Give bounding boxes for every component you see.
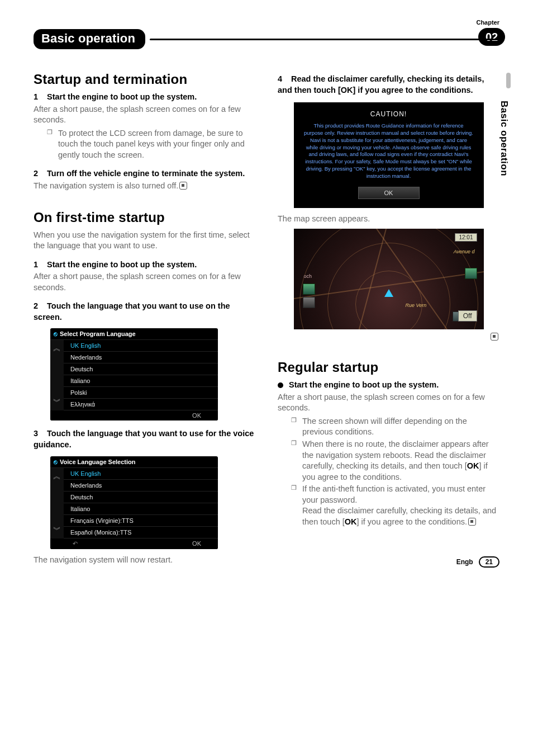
header-bar: Basic operation	[34, 29, 499, 49]
scroll-down-icon[interactable]: ︾	[53, 525, 61, 535]
caution-title: CAUTION!	[304, 110, 474, 118]
end-icon	[468, 518, 476, 526]
footer-page-number: 21	[479, 556, 499, 568]
step-text: Touch the language that you want to use …	[34, 301, 230, 322]
program-language-figure: ⎋Select Program Language ︽ ︾ UK English …	[50, 328, 218, 420]
list-item[interactable]: Español (Monica):TTS	[64, 527, 218, 538]
map-cursor-icon	[384, 289, 393, 297]
step-number: 1	[34, 259, 47, 271]
header-line	[150, 39, 499, 40]
marker-icon: ⎋	[54, 459, 58, 465]
section-regular-startup: Regular startup	[278, 360, 499, 375]
back-button[interactable]: ↶	[73, 540, 78, 547]
step-1: 1Start the engine to boot up the system.	[34, 92, 255, 103]
regular-body: After a short pause, the splash screen c…	[278, 392, 499, 414]
footer-language: Engb	[456, 558, 473, 566]
restart-note: The navigation system will now restart.	[34, 555, 255, 566]
side-label: Basic operation	[498, 101, 510, 176]
note-text: If the anti-theft function is activated,…	[302, 484, 486, 504]
map-button-icon[interactable]	[465, 268, 477, 279]
map-button-icon[interactable]	[303, 297, 315, 308]
step-text: Start the engine to boot up the system.	[47, 260, 197, 269]
step-number: 1	[34, 92, 47, 103]
section-startup-termination: Startup and termination	[34, 72, 255, 87]
note-screen-differ: The screen shown will differ depending o…	[291, 416, 499, 438]
bullet-icon	[278, 382, 283, 388]
step-text: Start the engine to boot up the system.	[47, 92, 197, 101]
list-item[interactable]: Nederlands	[64, 352, 218, 363]
map-button-icon[interactable]	[303, 284, 315, 295]
lang-title-text: Select Program Language	[60, 330, 136, 337]
voice-list-title: ⎋Voice Language Selection	[50, 456, 218, 468]
side-tab: Basic operation	[498, 89, 511, 207]
step-4: 4Read the disclaimer carefully, checking…	[278, 74, 499, 96]
first-time-intro: When you use the navigation system for t…	[34, 230, 255, 252]
step-number: 2	[34, 168, 47, 179]
section-first-time: On first-time startup	[34, 210, 255, 225]
scroll-down-icon[interactable]: ︾	[53, 397, 61, 407]
page-footer: Engb 21	[456, 556, 499, 568]
map-off-button[interactable]: Off	[458, 310, 477, 322]
voice-title-text: Voice Language Selection	[60, 459, 136, 465]
note-text: When there is no route, the disclaimer a…	[302, 440, 489, 470]
step-text: Turn off the vehicle engine to terminate…	[47, 169, 245, 178]
scroll-up-icon[interactable]: ︽	[53, 471, 61, 481]
list-item[interactable]: Polski	[64, 387, 218, 399]
list-item[interactable]: Italiano	[64, 503, 218, 515]
ok-inline: OK	[467, 461, 479, 470]
list-item[interactable]: Italiano	[64, 375, 218, 387]
list-item[interactable]: Ελληνικά	[64, 399, 218, 410]
s2-step-3: 3Touch the language that you want to use…	[34, 428, 255, 450]
note-antitheft: If the anti-theft function is activated,…	[291, 484, 499, 527]
note-no-route: When there is no route, the disclaimer a…	[291, 439, 499, 483]
caution-ok-button[interactable]: OK	[358, 187, 420, 199]
step-text: Touch the language that you want to use …	[34, 429, 254, 449]
list-item[interactable]: UK English	[64, 468, 218, 480]
list-item[interactable]: Deutsch	[64, 492, 218, 503]
map-street-label: Rue Vern	[406, 303, 427, 308]
map-street-label: Avenue d	[454, 249, 475, 254]
map-figure: 12:01 Avenue d Rue Vern och Off	[294, 229, 484, 329]
list-item[interactable]: Nederlands	[64, 480, 218, 492]
lang-list-title: ⎋Select Program Language	[50, 328, 218, 340]
ok-button[interactable]: OK	[192, 540, 201, 547]
regular-bullet: Start the engine to boot up the system.	[278, 380, 499, 391]
caution-figure: CAUTION! This product provides Route Gui…	[294, 102, 484, 208]
s2-step-2: 2Touch the language that you want to use…	[34, 301, 255, 323]
ok-button[interactable]: OK	[192, 412, 201, 419]
step-number: 3	[34, 428, 47, 440]
s2-step-1: 1Start the engine to boot up the system.	[34, 259, 255, 271]
chapter-label: Chapter	[476, 19, 499, 26]
note-lcd: To protect the LCD screen from damage, b…	[47, 128, 255, 161]
voice-language-figure: ⎋Voice Language Selection ︽ ︾ UK English…	[50, 456, 218, 549]
lang-items: UK English Nederlands Deutsch Italiano P…	[64, 340, 218, 410]
step-2-body: The navigation system is also turned off…	[34, 181, 255, 192]
list-item[interactable]: UK English	[64, 340, 218, 352]
list-item[interactable]: Deutsch	[64, 363, 218, 375]
bullet-text: Start the engine to boot up the system.	[289, 380, 439, 389]
step-2: 2Turn off the vehicle engine to terminat…	[34, 168, 255, 179]
ok-inline: OK	[345, 517, 357, 526]
step-number: 4	[278, 74, 291, 85]
caution-body: This product provides Route Guidance inf…	[304, 122, 474, 180]
step-text: Read the disclaimer carefully, checking …	[278, 74, 484, 94]
scroll-up-icon[interactable]: ︽	[53, 343, 61, 353]
map-small-label: och	[304, 273, 312, 279]
map-caption: The map screen appears.	[278, 214, 499, 225]
voice-items: UK English Nederlands Deutsch Italiano F…	[64, 468, 218, 538]
end-icon	[179, 182, 187, 190]
note-text: ] if you agree to the conditions.	[357, 517, 468, 526]
end-icon	[491, 333, 498, 341]
map-time-badge: 12:01	[455, 233, 477, 242]
side-tab-marker	[506, 73, 511, 88]
marker-icon: ⎋	[54, 330, 58, 337]
step-number: 2	[34, 301, 47, 312]
left-column: Startup and termination 1Start the engin…	[34, 72, 255, 565]
header-title: Basic operation	[34, 29, 145, 49]
list-item[interactable]: Français (Virginie):TTS	[64, 515, 218, 527]
s2-step1-body: After a short pause, the splash screen c…	[34, 271, 255, 293]
step-2-body-text: The navigation system is also turned off…	[34, 181, 178, 190]
step-1-body: After a short pause, the splash screen c…	[34, 104, 255, 126]
right-column: 4Read the disclaimer carefully, checking…	[278, 72, 499, 565]
